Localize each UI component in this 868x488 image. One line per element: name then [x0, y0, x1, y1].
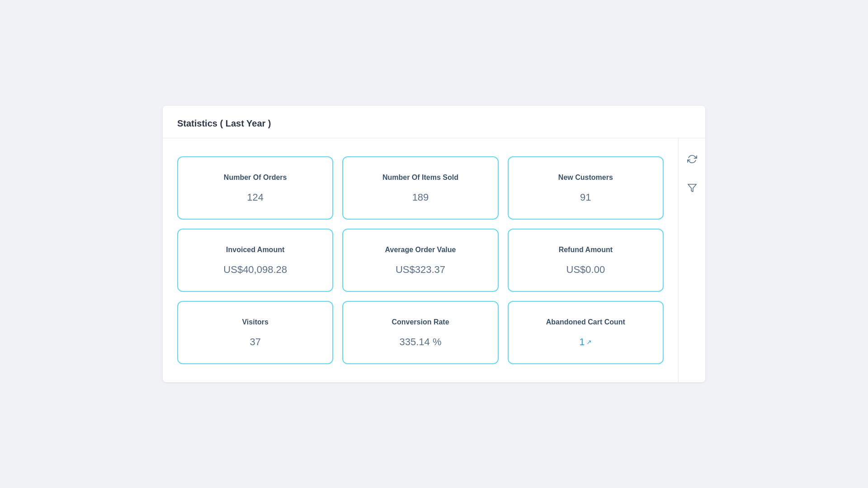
stat-card-invoiced-amount: Invoiced AmountUS$40,098.28 [177, 229, 333, 292]
stats-grid: Number Of Orders124Number Of Items Sold1… [177, 156, 664, 364]
stat-card-abandoned-cart-count: Abandoned Cart Count1↗ [508, 301, 664, 364]
stat-value-average-order-value: US$323.37 [396, 264, 445, 276]
stat-label-refund-amount: Refund Amount [559, 245, 613, 255]
sidebar-actions [678, 138, 705, 382]
stat-card-conversion-rate: Conversion Rate335.14 % [342, 301, 498, 364]
refresh-icon [687, 154, 697, 164]
stat-value-number-of-items-sold: 189 [412, 192, 429, 203]
page-title: Statistics ( Last Year ) [177, 118, 691, 129]
stat-label-conversion-rate: Conversion Rate [392, 317, 449, 327]
filter-icon [687, 183, 697, 193]
filter-button[interactable] [684, 180, 700, 196]
stat-value-new-customers: 91 [580, 192, 591, 203]
stat-label-abandoned-cart-count: Abandoned Cart Count [546, 317, 625, 327]
external-link-icon: ↗ [586, 338, 592, 346]
stat-card-number-of-items-sold: Number Of Items Sold189 [342, 156, 498, 220]
page-header: Statistics ( Last Year ) [163, 106, 705, 138]
content-area: Number Of Orders124Number Of Items Sold1… [163, 138, 705, 382]
svg-marker-0 [688, 184, 696, 192]
stat-value-conversion-rate: 335.14 % [400, 336, 442, 348]
stat-label-average-order-value: Average Order Value [385, 245, 456, 255]
stat-value-refund-amount: US$0.00 [566, 264, 605, 276]
stat-card-new-customers: New Customers91 [508, 156, 664, 220]
stat-value-abandoned-cart-count[interactable]: 1↗ [579, 336, 592, 348]
stat-label-number-of-items-sold: Number Of Items Sold [382, 173, 458, 183]
stat-value-number-of-orders: 124 [247, 192, 264, 203]
stat-label-invoiced-amount: Invoiced Amount [226, 245, 284, 255]
page-container: Statistics ( Last Year ) Number Of Order… [163, 106, 705, 382]
stat-label-visitors: Visitors [242, 317, 268, 327]
stat-label-number-of-orders: Number Of Orders [224, 173, 287, 183]
stat-value-visitors: 37 [250, 336, 260, 348]
stat-value-invoiced-amount: US$40,098.28 [223, 264, 287, 276]
stats-grid-section: Number Of Orders124Number Of Items Sold1… [163, 138, 678, 382]
stat-card-visitors: Visitors37 [177, 301, 333, 364]
stat-card-average-order-value: Average Order ValueUS$323.37 [342, 229, 498, 292]
stat-card-refund-amount: Refund AmountUS$0.00 [508, 229, 664, 292]
stat-label-new-customers: New Customers [558, 173, 613, 183]
refresh-button[interactable] [684, 151, 700, 167]
stat-card-number-of-orders: Number Of Orders124 [177, 156, 333, 220]
